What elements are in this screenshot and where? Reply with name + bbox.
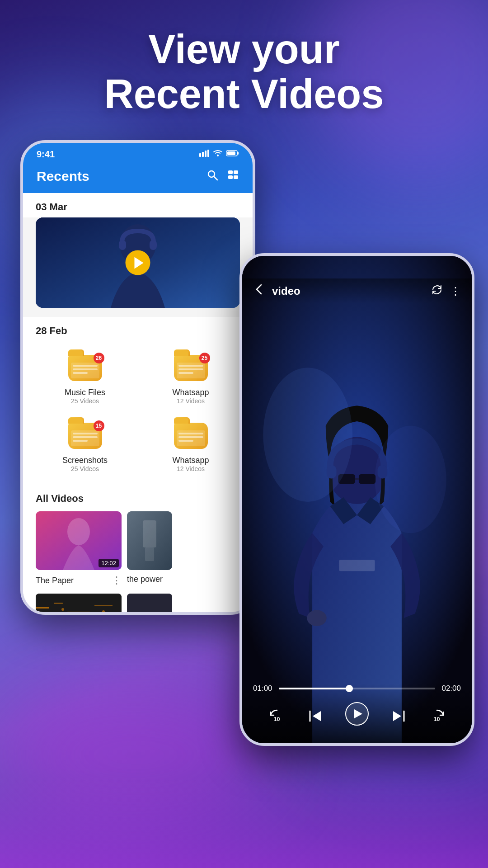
total-time-label: 02:00 — [441, 684, 461, 693]
status-time: 9:41 — [37, 149, 55, 160]
folders-grid: 26 Music Files 25 Videos — [23, 341, 253, 486]
svg-point-44 — [263, 368, 352, 502]
all-videos-thumbs-row: 12:02 — [23, 509, 253, 575]
playback-controls: 10 — [253, 702, 461, 730]
folder-icon-screenshots: 15 — [68, 423, 102, 452]
battery-icon — [226, 150, 239, 159]
all-videos-section-header: All Videos — [23, 486, 253, 509]
svg-point-8 — [208, 171, 215, 177]
svg-rect-24 — [36, 607, 49, 609]
svg-rect-13 — [234, 175, 238, 179]
recents-header: Recents — [23, 164, 253, 193]
folder-icon-whatsapp1: 25 — [174, 355, 208, 384]
play-pause-button[interactable] — [345, 702, 369, 730]
recents-content: 03 Mar — [23, 193, 253, 615]
folder-name-screenshots: Screenshots — [62, 456, 108, 465]
folder-count-music: 25 Videos — [71, 397, 99, 405]
folder-item-whatsapp2[interactable]: Whatsapp 12 Videos — [138, 414, 244, 481]
svg-rect-22 — [145, 547, 154, 561]
folder-item-screenshots[interactable]: 15 Screenshots 25 Videos — [32, 414, 138, 481]
video-thumb-power[interactable] — [127, 511, 172, 570]
svg-rect-25 — [54, 603, 63, 604]
video-label-power: the power — [127, 575, 163, 584]
current-time-label: 01:00 — [253, 684, 273, 693]
status-icons — [199, 150, 239, 159]
list-icon[interactable] — [227, 169, 239, 184]
folder-icon-music: 26 — [68, 355, 102, 384]
header-action-icons — [206, 169, 239, 184]
progress-thumb — [346, 685, 353, 692]
svg-rect-36 — [339, 560, 375, 571]
play-triangle-icon — [134, 257, 143, 269]
date-section-mar: 03 Mar — [23, 193, 253, 217]
folder-badge-screenshots: 15 — [94, 420, 104, 431]
folder-name-music: Music Files — [65, 388, 105, 397]
folder-item-whatsapp1[interactable]: 25 Whatsapp 12 Videos — [138, 346, 244, 414]
svg-point-28 — [43, 614, 47, 615]
svg-rect-11 — [234, 170, 238, 174]
svg-point-45 — [375, 426, 446, 533]
folder-name-whatsapp2: Whatsapp — [172, 456, 209, 465]
svg-rect-2 — [205, 151, 206, 157]
video-controls-area: 01:00 02:00 10 — [242, 684, 472, 743]
svg-rect-23 — [36, 594, 122, 615]
progress-track[interactable] — [279, 688, 435, 689]
progress-fill — [279, 688, 349, 689]
folder-item-music[interactable]: 26 Music Files 25 Videos — [32, 346, 138, 414]
search-icon[interactable] — [206, 169, 218, 184]
rotate-icon[interactable] — [431, 284, 443, 298]
forward-10-button[interactable]: 10 — [428, 708, 446, 725]
svg-point-29 — [61, 608, 64, 611]
video-player-header: video ⋮ — [242, 278, 472, 303]
svg-rect-41 — [359, 474, 376, 484]
wifi-icon — [213, 150, 223, 159]
next-button[interactable] — [390, 708, 407, 724]
svg-point-31 — [102, 610, 105, 613]
svg-rect-10 — [228, 170, 233, 174]
svg-rect-17 — [150, 240, 157, 250]
svg-rect-0 — [199, 153, 201, 157]
svg-rect-33 — [127, 594, 172, 615]
svg-rect-27 — [94, 605, 113, 606]
signal-icon — [199, 150, 209, 159]
previous-button[interactable] — [307, 708, 324, 724]
svg-point-43 — [307, 610, 327, 626]
date-section-feb: 28 Feb — [23, 317, 253, 341]
svg-text:10: 10 — [274, 716, 280, 722]
video-label-paper: The Paper — [36, 576, 74, 585]
more-options-icon[interactable]: ⋮ — [450, 285, 461, 297]
back-button[interactable] — [253, 283, 266, 299]
progress-bar-container: 01:00 02:00 — [253, 684, 461, 693]
video-player-title: video — [272, 285, 300, 297]
svg-rect-3 — [207, 150, 209, 157]
folder-icon-whatsapp2 — [174, 423, 208, 452]
phone-right: video ⋮ 01:00 02:00 1 — [239, 253, 474, 746]
svg-line-9 — [214, 177, 217, 180]
status-bar-left: 9:41 — [23, 143, 253, 164]
svg-rect-21 — [143, 520, 156, 547]
svg-rect-12 — [228, 175, 233, 179]
folder-name-whatsapp1: Whatsapp — [172, 388, 209, 397]
page-title: View your Recent Videos — [0, 27, 488, 117]
phone-left: 9:41 Recents — [20, 140, 255, 615]
video-thumb-paper[interactable]: 12:02 — [36, 511, 122, 570]
folder-count-whatsapp1: 12 Videos — [177, 397, 205, 405]
folder-count-screenshots: 25 Videos — [71, 465, 99, 472]
svg-rect-7 — [227, 151, 235, 155]
header-right-group: ⋮ — [431, 284, 461, 298]
video-background — [242, 256, 472, 743]
more-icon-paper[interactable]: ⋮ — [112, 575, 122, 586]
svg-rect-16 — [119, 240, 126, 250]
play-button-overlay[interactable] — [126, 250, 150, 275]
folder-badge-whatsapp1: 25 — [199, 353, 210, 363]
svg-point-4 — [217, 155, 219, 156]
bottom-glow — [0, 778, 488, 868]
svg-rect-1 — [202, 152, 204, 157]
rewind-10-button[interactable]: 10 — [268, 708, 286, 725]
folder-badge-music: 26 — [94, 353, 104, 363]
video-duration-paper: 12:02 — [99, 559, 119, 567]
svg-point-19 — [67, 518, 90, 545]
svg-rect-6 — [237, 152, 239, 155]
video-thumb-large[interactable] — [36, 217, 240, 308]
folder-count-whatsapp2: 12 Videos — [177, 465, 205, 472]
